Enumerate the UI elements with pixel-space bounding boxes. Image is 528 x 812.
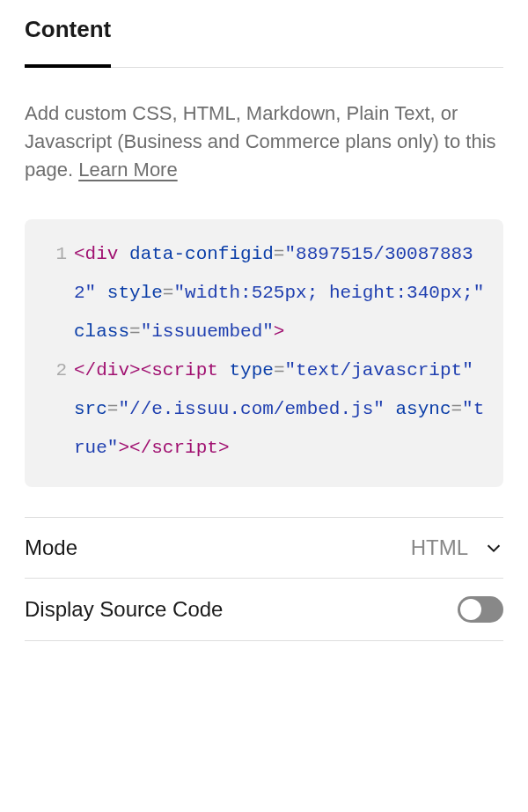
tok (118, 244, 129, 264)
display-source-row: Display Source Code (25, 579, 503, 641)
tok: > (118, 438, 129, 458)
tok: < (74, 244, 85, 264)
code-editor[interactable]: 1 <div data-configid="8897515/300878832"… (25, 219, 503, 488)
tok (96, 283, 107, 303)
tok: = (163, 283, 174, 303)
line-number: 2 (42, 351, 67, 390)
tok: </ (74, 360, 96, 380)
tok: = (129, 321, 141, 342)
tab-content[interactable]: Content (25, 16, 111, 68)
toggle-knob (460, 599, 481, 620)
tok: "text/javascript" (285, 360, 473, 380)
tok: = (274, 244, 285, 264)
tok: src (74, 399, 107, 419)
code-line-2: 2 </div><script type="text/javascript" s… (42, 351, 486, 468)
tok: < (141, 360, 152, 380)
mode-select[interactable]: HTML (411, 535, 503, 560)
tok: = (451, 399, 463, 419)
description-text: Add custom CSS, HTML, Markdown, Plain Te… (25, 100, 503, 184)
tok: div (96, 360, 129, 380)
tok: > (218, 438, 230, 458)
tok: style (107, 283, 163, 303)
tok: div (85, 244, 119, 264)
display-source-toggle[interactable] (458, 596, 503, 623)
code-content-2: </div><script type="text/javascript" src… (74, 351, 486, 468)
tok (218, 360, 230, 380)
tok: script (151, 360, 218, 380)
tok: "issuuembed" (141, 321, 274, 342)
tok: async (395, 399, 451, 419)
tok (385, 399, 396, 419)
tok: data-configid (129, 244, 274, 264)
tab-bar: Content (25, 16, 503, 68)
tok: class (74, 321, 129, 342)
code-content-1: <div data-configid="8897515/300878832" s… (74, 235, 486, 351)
tok: script (151, 438, 218, 458)
line-number: 1 (42, 235, 67, 274)
tok: type (229, 360, 273, 380)
tok: > (274, 321, 285, 342)
display-source-label: Display Source Code (25, 597, 223, 622)
tok: > (129, 360, 141, 380)
code-line-1: 1 <div data-configid="8897515/300878832"… (42, 235, 486, 351)
learn-more-link[interactable]: Learn More (78, 159, 178, 181)
tok: "//e.issuu.com/embed.js" (118, 399, 384, 419)
chevron-down-icon (484, 538, 503, 557)
mode-value: HTML (411, 535, 468, 560)
tok: = (274, 360, 285, 380)
tok: = (107, 399, 119, 419)
tok: </ (129, 438, 151, 458)
tok: "width:525px; height:340px;" (173, 283, 484, 303)
mode-label: Mode (25, 535, 77, 560)
mode-row: Mode HTML (25, 517, 503, 579)
